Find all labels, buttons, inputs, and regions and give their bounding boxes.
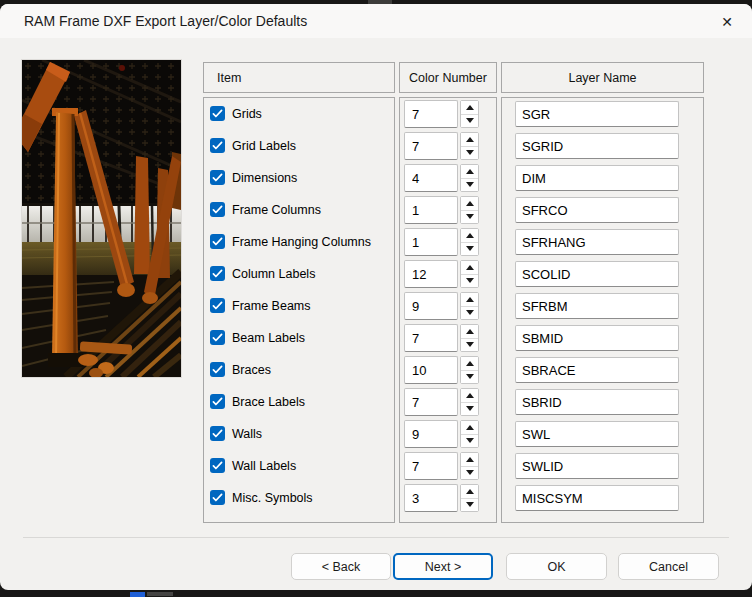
spin-down-button[interactable] xyxy=(461,115,478,128)
row-checkbox[interactable] xyxy=(210,202,225,217)
row-checkbox[interactable] xyxy=(210,426,225,441)
spin-down-button[interactable] xyxy=(461,435,478,448)
checkmark-icon xyxy=(210,490,225,505)
row-checkbox[interactable] xyxy=(210,362,225,377)
spin-down-button[interactable] xyxy=(461,243,478,256)
spin-down-button[interactable] xyxy=(461,211,478,224)
layer-name-input[interactable] xyxy=(515,165,679,191)
color-number-spinner xyxy=(460,292,479,320)
row-checkbox[interactable] xyxy=(210,330,225,345)
row-checkbox[interactable] xyxy=(210,490,225,505)
color-number-input[interactable] xyxy=(404,324,458,352)
row-checkbox[interactable] xyxy=(210,234,225,249)
color-number-input[interactable] xyxy=(404,388,458,416)
spin-up-button[interactable] xyxy=(461,357,478,371)
row-label: Walls xyxy=(232,418,262,450)
spin-up-button[interactable] xyxy=(461,133,478,147)
row-checkbox[interactable] xyxy=(210,138,225,153)
color-number-input[interactable] xyxy=(404,356,458,384)
row-checkbox[interactable] xyxy=(210,298,225,313)
spin-down-button[interactable] xyxy=(461,147,478,160)
spin-down-button[interactable] xyxy=(461,179,478,192)
layer-name-input[interactable] xyxy=(515,133,679,159)
layer-name-input[interactable] xyxy=(515,421,679,447)
color-number-input[interactable] xyxy=(404,484,458,512)
back-button[interactable]: < Back xyxy=(291,553,391,580)
close-icon[interactable]: ✕ xyxy=(715,10,739,34)
table-row: Frame Beams xyxy=(203,290,704,322)
spin-up-button[interactable] xyxy=(461,165,478,179)
spin-down-button[interactable] xyxy=(461,499,478,512)
color-number-input[interactable] xyxy=(404,228,458,256)
spin-up-button[interactable] xyxy=(461,101,478,115)
checkmark-icon xyxy=(210,394,225,409)
spin-up-button[interactable] xyxy=(461,421,478,435)
arrow-down-icon xyxy=(466,470,474,475)
row-label: Brace Labels xyxy=(232,386,305,418)
color-number-input[interactable] xyxy=(404,292,458,320)
spin-down-button[interactable] xyxy=(461,371,478,384)
color-number-input[interactable] xyxy=(404,420,458,448)
spin-up-button[interactable] xyxy=(461,293,478,307)
spin-up-button[interactable] xyxy=(461,485,478,499)
column-header-item: Item xyxy=(203,62,395,93)
spin-up-button[interactable] xyxy=(461,325,478,339)
arrow-up-icon xyxy=(466,457,474,462)
color-number-input[interactable] xyxy=(404,164,458,192)
layer-name-input[interactable] xyxy=(515,485,679,511)
spin-down-button[interactable] xyxy=(461,403,478,416)
color-number-input[interactable] xyxy=(404,260,458,288)
spin-down-button[interactable] xyxy=(461,339,478,352)
layer-name-input[interactable] xyxy=(515,389,679,415)
color-number-spinner xyxy=(460,324,479,352)
taskbar-blue-fragment xyxy=(130,592,145,597)
arrow-up-icon xyxy=(466,137,474,142)
title-bar[interactable]: RAM Frame DXF Export Layer/Color Default… xyxy=(0,4,752,38)
row-label: Dimensions xyxy=(232,162,297,194)
arrow-up-icon xyxy=(466,297,474,302)
next-button[interactable]: Next > xyxy=(393,553,493,580)
spin-up-button[interactable] xyxy=(461,453,478,467)
layer-name-input[interactable] xyxy=(515,357,679,383)
color-number-input[interactable] xyxy=(404,196,458,224)
row-checkbox[interactable] xyxy=(210,170,225,185)
checkmark-icon xyxy=(210,362,225,377)
color-number-input[interactable] xyxy=(404,452,458,480)
row-checkbox[interactable] xyxy=(210,458,225,473)
spin-down-button[interactable] xyxy=(461,275,478,288)
spin-up-button[interactable] xyxy=(461,197,478,211)
arrow-up-icon xyxy=(466,105,474,110)
spin-up-button[interactable] xyxy=(461,389,478,403)
color-number-spinner xyxy=(460,100,479,128)
table-row: Misc. Symbols xyxy=(203,482,704,514)
layer-name-input[interactable] xyxy=(515,261,679,287)
column-header-color-number: Color Number xyxy=(399,62,497,93)
row-checkbox[interactable] xyxy=(210,106,225,121)
table-row: Wall Labels xyxy=(203,450,704,482)
spin-down-button[interactable] xyxy=(461,467,478,480)
arrow-down-icon xyxy=(466,118,474,123)
layer-name-input[interactable] xyxy=(515,197,679,223)
row-checkbox[interactable] xyxy=(210,394,225,409)
cancel-button[interactable]: Cancel xyxy=(618,553,719,580)
color-number-spinner xyxy=(460,388,479,416)
arrow-down-icon xyxy=(466,438,474,443)
spin-up-button[interactable] xyxy=(461,261,478,275)
layer-name-input[interactable] xyxy=(515,325,679,351)
ok-button[interactable]: OK xyxy=(506,553,607,580)
spin-down-button[interactable] xyxy=(461,307,478,320)
table-row: Frame Hanging Columns xyxy=(203,226,704,258)
color-number-input[interactable] xyxy=(404,100,458,128)
layer-name-input[interactable] xyxy=(515,101,679,127)
arrow-down-icon xyxy=(466,406,474,411)
spin-up-button[interactable] xyxy=(461,229,478,243)
layer-name-input[interactable] xyxy=(515,229,679,255)
row-checkbox[interactable] xyxy=(210,266,225,281)
layer-name-input[interactable] xyxy=(515,453,679,479)
checkmark-icon xyxy=(210,266,225,281)
checkmark-icon xyxy=(210,106,225,121)
table-row: Walls xyxy=(203,418,704,450)
color-number-input[interactable] xyxy=(404,132,458,160)
layer-name-input[interactable] xyxy=(515,293,679,319)
checkmark-icon xyxy=(210,426,225,441)
